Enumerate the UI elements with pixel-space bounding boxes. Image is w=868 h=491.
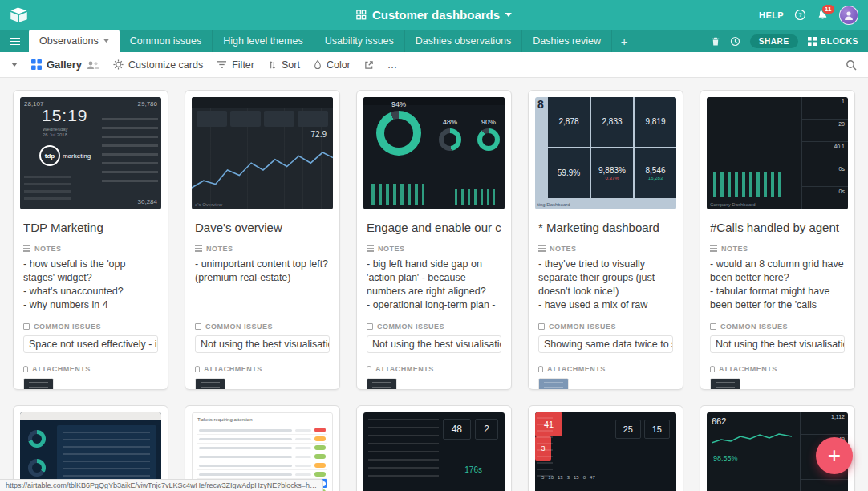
help-circle-icon[interactable]: ?: [794, 9, 806, 21]
attachment-thumbnail[interactable]: [538, 378, 569, 390]
svg-text:?: ?: [798, 11, 802, 18]
field-label-text: COMMON ISSUES: [377, 323, 444, 331]
gallery-card[interactable]: 72.9 e's Overview Dave's overview NOTES …: [185, 90, 340, 390]
gauge: 48%: [439, 118, 461, 151]
field-label-attachments: ATTACHMENTS: [538, 365, 673, 373]
gauge-ring: [439, 128, 461, 151]
notifications-button[interactable]: 11: [817, 9, 829, 21]
attachment-field-icon: [23, 366, 28, 372]
gallery-card[interactable]: Tickets requiring attention: [185, 405, 340, 491]
gallery-grid: 28,107 29,786 15:19 Wednesday 26 Jul 201…: [0, 78, 868, 491]
thumb-metric: 662: [712, 416, 726, 426]
gallery-card[interactable]: 8 2,878 2,833 9,819 59.9% 9,883%0.37% 8,…: [528, 90, 683, 390]
field-label-text: NOTES: [378, 245, 405, 253]
field-label-text: ATTACHMENTS: [32, 365, 91, 373]
tab-dashies-review[interactable]: Dashies review: [522, 30, 612, 52]
gallery-card[interactable]: 1 20 40 1 0s 0s Company Dashboard #Calls…: [700, 90, 855, 390]
gallery-card[interactable]: [13, 405, 168, 491]
status-url: https://airtable.com/tblKB6PgQgYb3aikE/v…: [0, 479, 323, 491]
history-icon[interactable]: [730, 36, 740, 47]
field-label-notes: NOTES: [367, 245, 501, 253]
card-body: * Marketing dashboard NOTES - they've tr…: [529, 216, 683, 390]
gallery-card[interactable]: 94% 48% 90% Engage and enable our com… N…: [356, 90, 512, 390]
tab-observations[interactable]: Observations: [29, 30, 120, 52]
view-switcher[interactable]: Gallery: [31, 59, 99, 71]
sort-button[interactable]: Sort: [268, 59, 300, 71]
base-grid-icon: [356, 10, 367, 20]
linked-record-field-icon: [367, 323, 373, 330]
card-title: Engage and enable our com…: [367, 221, 501, 234]
share-view-icon[interactable]: [364, 60, 374, 70]
stat-tile: 2,833: [591, 97, 633, 147]
customize-cards-button[interactable]: Customize cards: [113, 59, 203, 71]
chevron-down-icon: [103, 39, 109, 43]
common-issue-chip[interactable]: Not using the best visualisation for: [710, 335, 845, 353]
thumb-metric: 29,786: [138, 100, 157, 108]
card-body: Engage and enable our com… NOTES - big l…: [357, 216, 511, 390]
share-button[interactable]: SHARE: [750, 34, 798, 48]
thumb-bar-chart: [371, 184, 424, 205]
view-sidebar-toggle[interactable]: [11, 63, 18, 67]
sidebar-menu-button[interactable]: [0, 30, 29, 52]
card-title: * Marketing dashboard: [538, 221, 673, 234]
attachment-thumbnail[interactable]: [195, 378, 225, 390]
attachment-thumbnail[interactable]: [367, 378, 397, 390]
common-issue-chip[interactable]: Not using the best visualisation for: [195, 335, 330, 353]
thumb-metric: 176s: [464, 465, 482, 474]
gauge-value: 94%: [391, 100, 406, 108]
color-label: Color: [327, 59, 351, 71]
field-label-common-issues: COMMON ISSUES: [195, 323, 330, 331]
color-button[interactable]: Color: [314, 59, 351, 71]
field-label-text: NOTES: [206, 245, 233, 253]
thumb-caption: e's Overview: [195, 202, 222, 207]
thumb-caption: Company Dashboard: [710, 202, 756, 207]
tab-label: Dashies review: [533, 35, 601, 47]
field-label-attachments: ATTACHMENTS: [195, 365, 330, 373]
gallery-card[interactable]: 41 3 25 15 5 10 13 3 15 0 47: [528, 405, 683, 491]
search-button[interactable]: [846, 59, 857, 71]
common-issue-chip[interactable]: Not using the best visualisation for: [367, 335, 501, 353]
filter-button[interactable]: Filter: [217, 59, 254, 71]
thumb-table-rows: [24, 176, 71, 201]
filter-label: Filter: [232, 59, 254, 71]
notes-field-icon: [23, 246, 30, 252]
gauge-value: 90%: [481, 118, 496, 126]
tab-usability-issues[interactable]: Usability issues: [314, 30, 405, 52]
notes-text: - they've tried to visually separate the…: [538, 258, 673, 313]
gauge-ring: [477, 128, 500, 151]
linked-record-field-icon: [710, 323, 716, 330]
notification-count-badge: 11: [821, 4, 835, 14]
common-issue-chip[interactable]: Space not used effectively - i.e sm: [23, 335, 158, 353]
attachment-thumbnail[interactable]: [710, 378, 740, 390]
tab-high-level-themes[interactable]: High level themes: [213, 30, 314, 52]
field-label-text: ATTACHMENTS: [204, 365, 262, 373]
gauge-ring: [28, 459, 46, 477]
user-avatar[interactable]: [839, 6, 858, 25]
airtable-logo[interactable]: [10, 7, 28, 22]
thumb-metric: 30,284: [138, 198, 157, 205]
gallery-card[interactable]: 48 2 176s: [356, 405, 512, 491]
trash-icon[interactable]: [711, 36, 720, 47]
color-drop-icon: [314, 59, 322, 70]
notes-field-icon: [710, 246, 717, 252]
filter-icon: [217, 60, 227, 69]
thumb-tiles: [197, 111, 328, 127]
attachment-thumbnail[interactable]: [23, 378, 54, 390]
table-tab-bar: Observations Common issues High level th…: [0, 30, 868, 52]
gallery-card[interactable]: 28,107 29,786 15:19 Wednesday 26 Jul 201…: [13, 90, 168, 390]
common-issue-chip[interactable]: Showing same data twice to suppo: [538, 335, 673, 353]
chevron-down-icon: [505, 13, 512, 17]
thumb-metric: 98.55%: [713, 454, 738, 462]
tab-dashies-observations[interactable]: Dashies observations: [405, 30, 523, 52]
blocks-button[interactable]: BLOCKS: [808, 36, 858, 46]
more-options-button[interactable]: …: [387, 59, 398, 71]
help-button[interactable]: HELP: [759, 10, 784, 20]
field-label-attachments: ATTACHMENTS: [710, 365, 845, 373]
tab-common-issues[interactable]: Common issues: [120, 30, 213, 52]
add-table-button[interactable]: +: [612, 30, 636, 52]
field-label-notes: NOTES: [195, 245, 330, 253]
base-title-menu[interactable]: Customer dashboards: [356, 8, 512, 22]
tab-label: High level themes: [223, 35, 302, 47]
gauge-ring: [28, 430, 46, 448]
add-record-button[interactable]: +: [816, 437, 853, 474]
